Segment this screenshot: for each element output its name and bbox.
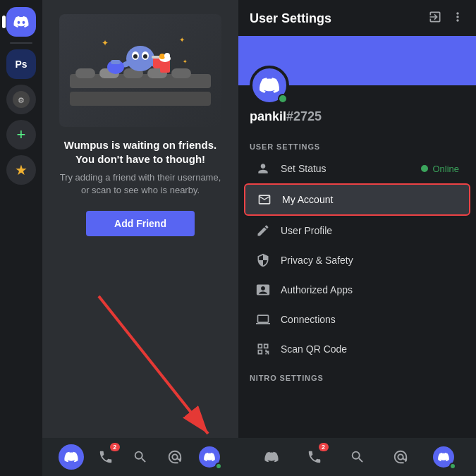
qr-icon	[255, 341, 271, 357]
svg-point-26	[164, 53, 170, 59]
main-left: ✦ ✦ ✦ Wumpus is waiting on friends. You …	[42, 0, 238, 476]
svg-text:⚙: ⚙	[18, 96, 25, 104]
search-bottom-icon[interactable]	[128, 444, 153, 470]
sidebar-icon-add[interactable]: +	[6, 120, 36, 149]
apps-icon	[255, 282, 271, 298]
ps-label: Ps	[15, 59, 27, 70]
more-options-icon[interactable]	[451, 10, 465, 28]
svg-text:✦: ✦	[183, 59, 188, 65]
settings-item-connections[interactable]: Connections	[244, 305, 470, 334]
status-indicator: Online	[421, 164, 459, 174]
wumpus-illustration: ✦ ✦ ✦	[59, 14, 221, 127]
settings-list: USER SETTINGS Set Status Online My Accou…	[238, 133, 476, 438]
settings-header-icons	[428, 10, 465, 28]
right-bottom-bar: 2	[238, 438, 476, 476]
monitor-icon	[255, 312, 271, 327]
my-account-label: My Account	[282, 194, 458, 205]
discord-home-bottom-icon[interactable]	[59, 444, 84, 470]
username-text: pankil	[250, 109, 286, 123]
pencil-icon	[255, 223, 271, 238]
shield-icon	[255, 252, 271, 268]
add-friend-button[interactable]: Add Friend	[86, 211, 195, 236]
set-status-label: Set Status	[281, 163, 411, 174]
nitro-settings-label: NITRO SETTINGS	[238, 364, 476, 385]
logout-icon[interactable]	[428, 10, 442, 28]
settings-item-apps[interactable]: Authorized Apps	[244, 275, 470, 305]
sidebar-icon-explore[interactable]: ★	[6, 155, 36, 185]
phone-bottom-icon[interactable]: 2	[93, 444, 118, 470]
avatar-online-status	[278, 94, 288, 104]
search-right-bottom-icon[interactable]	[345, 444, 370, 470]
profile-section: pankil#2725	[238, 85, 476, 133]
settings-item-privacy[interactable]: Privacy & Safety	[244, 245, 470, 275]
avatar-wrapper	[250, 66, 289, 105]
discriminator-text: #2725	[286, 109, 322, 123]
settings-item-set-status[interactable]: Set Status Online	[244, 154, 470, 183]
svg-point-12	[133, 54, 138, 59]
online-text: Online	[432, 164, 459, 174]
person-icon	[255, 161, 271, 176]
svg-text:✦: ✦	[179, 36, 185, 44]
sidebar-icon-home[interactable]	[6, 7, 36, 37]
left-panel: Ps ⚙ + ★	[0, 0, 238, 476]
sidebar: Ps ⚙ + ★	[0, 0, 42, 476]
mention-bottom-icon[interactable]	[162, 444, 188, 470]
user-settings-label: USER SETTINGS	[238, 133, 476, 154]
user-profile-label: User Profile	[281, 225, 459, 236]
mention-right-bottom-icon[interactable]	[388, 444, 413, 470]
avatar-status-indicator	[215, 463, 222, 470]
right-avatar-status	[449, 463, 456, 470]
svg-point-9	[126, 46, 154, 71]
discord-right-bottom-icon[interactable]	[259, 444, 284, 470]
connections-label: Connections	[281, 314, 459, 325]
phone-right-bottom-icon[interactable]: 2	[302, 444, 327, 470]
svg-point-25	[159, 54, 165, 59]
left-text-container: Wumpus is waiting on friends. You don't …	[42, 138, 238, 197]
svg-rect-3	[70, 92, 211, 106]
svg-rect-4	[75, 68, 95, 78]
profile-bottom-avatar-icon[interactable]	[197, 444, 222, 470]
svg-text:✦: ✦	[102, 38, 109, 48]
username: pankil#2725	[250, 109, 465, 124]
settings-item-user-profile[interactable]: User Profile	[244, 216, 470, 245]
privacy-label: Privacy & Safety	[281, 255, 459, 266]
add-icon: +	[17, 126, 26, 144]
scan-qr-label: Scan QR Code	[281, 343, 459, 355]
sidebar-icon-ps[interactable]: Ps	[6, 49, 36, 79]
online-dot	[421, 165, 428, 172]
authorized-apps-label: Authorized Apps	[281, 284, 459, 295]
svg-rect-8	[171, 68, 191, 78]
left-subtitle: Try adding a friend with their username,…	[56, 171, 224, 197]
settings-header: User Settings	[238, 0, 476, 36]
phone-right-badge: 2	[319, 443, 329, 451]
left-bottom-bar: 2	[42, 438, 238, 476]
svg-rect-22	[111, 60, 121, 64]
settings-item-qr[interactable]: Scan QR Code	[244, 334, 470, 364]
sidebar-icon-server[interactable]: ⚙	[6, 85, 36, 114]
explore-icon: ★	[15, 161, 28, 178]
right-panel: User Settings	[238, 0, 476, 476]
settings-title: User Settings	[250, 11, 331, 26]
phone-badge: 2	[110, 443, 120, 451]
sidebar-divider	[10, 42, 32, 44]
profile-right-bottom-icon[interactable]	[431, 444, 456, 470]
account-icon	[257, 192, 272, 207]
left-title: Wumpus is waiting on friends. You don't …	[56, 138, 224, 166]
svg-point-13	[143, 54, 147, 59]
settings-item-my-account[interactable]: My Account	[244, 183, 470, 216]
